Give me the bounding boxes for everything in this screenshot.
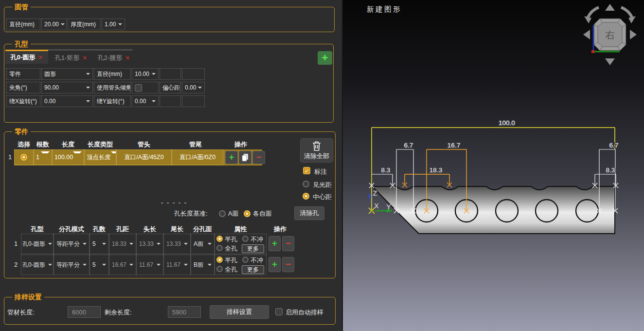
remaining-length-input[interactable] — [168, 306, 201, 318]
rotate-ccw-arrow[interactable] — [588, 7, 599, 18]
part-length-type-select[interactable]: 顶点长度 — [84, 149, 116, 165]
nav-down-arrow[interactable] — [605, 58, 615, 65]
rotate-ccw-arrowhead — [584, 16, 591, 23]
nesting-settings-button[interactable]: 排样设置 — [210, 305, 269, 319]
base-each-face-radio[interactable] — [244, 210, 250, 217]
close-icon[interactable]: ✕ — [125, 55, 130, 61]
remove-part-button[interactable]: − — [252, 151, 265, 164]
no-punch-radio[interactable] — [242, 257, 249, 263]
close-icon[interactable]: ✕ — [82, 55, 87, 61]
eccentric-select[interactable]: 0.00 — [182, 82, 205, 93]
annotate-checkbox[interactable]: ✓ — [303, 167, 310, 174]
splitter-handle[interactable]: - - - - - — [161, 199, 187, 206]
half-hole-radio[interactable] — [216, 257, 223, 263]
col-header-select: 选择 — [14, 140, 34, 149]
more-button[interactable]: 更多 — [242, 265, 264, 274]
hole-mode-select[interactable]: 等距平分 — [54, 255, 89, 275]
nav-cube[interactable]: 右 — [583, 4, 637, 65]
add-hole-type-button[interactable]: + — [318, 51, 332, 65]
no-punch-radio[interactable] — [242, 236, 249, 242]
rotate-x-value: 0.00 — [44, 98, 55, 105]
pipe-thickness-select[interactable]: 1.00 — [102, 18, 125, 30]
hole-headlen-select[interactable]: 11.67 — [136, 255, 163, 275]
pipe-group-title: 圆管 — [12, 2, 31, 11]
hole-count-value: 5 — [92, 261, 96, 268]
center-distance-radio[interactable] — [303, 193, 309, 200]
light-distance-radio[interactable] — [303, 181, 309, 187]
part-length-type-value: 顶点长度 — [87, 153, 111, 162]
add-part-button[interactable]: + — [225, 151, 238, 164]
hole-diameter-label: 直径(mm) — [94, 68, 131, 80]
hole-mode-value: 等距平分 — [56, 240, 80, 248]
base-face-a-radio[interactable] — [219, 210, 226, 217]
nav-up-arrow[interactable] — [605, 4, 615, 11]
part-tail-cell[interactable]: 直口/A面/0Z0 — [172, 149, 223, 165]
close-icon[interactable]: ✕ — [38, 54, 43, 61]
material-length-input[interactable] — [68, 306, 101, 318]
rotate-cw-arrow[interactable] — [621, 7, 632, 18]
part-shape-select[interactable]: 圆形 — [41, 68, 93, 80]
hole-headlen-select[interactable]: 13.33 — [136, 234, 163, 254]
rotate-cw-arrowhead — [628, 16, 636, 23]
hole-type-select[interactable]: 孔0-圆形 — [21, 255, 54, 275]
hole-col-face: 分孔面 — [191, 225, 215, 234]
hole-count-select[interactable]: 5 — [89, 234, 109, 254]
angle-select[interactable]: 90.00 — [41, 82, 93, 93]
chevron-down-icon — [48, 243, 52, 245]
part-table-row[interactable]: 1 100.00 顶点长度 直口/A面/45Z0 直口/A面/0Z0 + — [14, 149, 262, 166]
no-punch-label: 不冲 — [250, 235, 263, 244]
pipe-diameter-select[interactable]: 20.00 — [41, 18, 67, 30]
chevron-down-icon — [86, 87, 90, 89]
hole-taillen-select[interactable]: 13.33 — [163, 234, 191, 254]
hole-type-value: 孔0-圆形 — [22, 240, 45, 248]
hole-face-select[interactable]: B面 — [191, 255, 215, 275]
axis-x-label: X — [374, 202, 379, 210]
part-length-select[interactable]: 100.00 — [52, 149, 84, 165]
hole-col-head: 头长 — [136, 225, 163, 234]
chevron-down-icon — [184, 243, 188, 245]
remove-hole-row-button[interactable]: − — [282, 236, 294, 251]
add-hole-row-button[interactable]: + — [268, 236, 281, 251]
full-hole-radio[interactable] — [216, 245, 223, 251]
tab-hole1-rect[interactable]: 孔1-矩形 ✕ — [51, 51, 91, 65]
hole-count-select[interactable]: 5 — [89, 255, 109, 275]
use-head-incline-checkbox[interactable] — [135, 84, 142, 92]
hole-taillen-value: 13.33 — [166, 240, 181, 247]
hole-type-select[interactable]: 孔0-圆形 — [21, 234, 54, 254]
half-hole-radio[interactable] — [216, 236, 223, 242]
add-hole-row-button[interactable]: + — [268, 257, 281, 272]
parts-group-title: 零件 — [12, 127, 31, 136]
chevron-down-icon — [86, 100, 90, 102]
nav-right-arrow[interactable] — [630, 30, 637, 39]
hole-type-value: 孔0-圆形 — [22, 261, 45, 269]
hole-pitch-select[interactable]: 16.67 — [109, 255, 136, 275]
tab-hole0-circle[interactable]: 孔0-圆形 ✕ — [5, 50, 48, 64]
auto-nesting-checkbox[interactable] — [275, 308, 283, 315]
full-hole-radio[interactable] — [216, 266, 223, 272]
hole-face-select[interactable]: A面 — [191, 234, 215, 254]
hole-taillen-select[interactable]: 11.67 — [163, 255, 191, 275]
hole-headlen-value: 13.33 — [139, 240, 154, 247]
part-head-cell[interactable]: 直口/A面/45Z0 — [116, 149, 172, 165]
part-select-radio[interactable] — [20, 154, 27, 161]
eccentric-value: 0.00 — [185, 84, 196, 91]
col-header-tail: 管尾 — [172, 140, 219, 149]
hole-diameter-select[interactable]: 10.00 — [132, 68, 159, 80]
nav-left-arrow[interactable] — [583, 30, 590, 39]
hole-pitch-select[interactable]: 18.33 — [109, 234, 136, 254]
viewport-3d[interactable]: 新建图形 — [342, 0, 644, 331]
viewport-canvas[interactable]: 100.0 6.7 8.3 16.7 18.3 6.7 8.3 X Y Z — [343, 0, 644, 331]
rotate-x-select[interactable]: 0.00 — [41, 95, 93, 107]
chevron-down-icon — [111, 151, 116, 163]
tab-hole2-slot[interactable]: 孔2-腰形 ✕ — [94, 51, 134, 65]
chevron-down-icon — [61, 23, 65, 25]
pipe-thickness-label: 厚度(mm) — [68, 18, 101, 30]
copy-part-button[interactable] — [239, 151, 251, 164]
clear-holes-button[interactable]: 清除孔 — [294, 206, 324, 220]
hole-mode-select[interactable]: 等距平分 — [54, 234, 89, 254]
part-count-select[interactable]: 1 — [34, 149, 52, 165]
remove-hole-row-button[interactable]: − — [282, 257, 294, 272]
more-button[interactable]: 更多 — [242, 244, 264, 253]
clear-all-button[interactable]: 清除全部 — [300, 138, 333, 163]
rotate-y-select[interactable]: 0.00 — [132, 95, 159, 107]
